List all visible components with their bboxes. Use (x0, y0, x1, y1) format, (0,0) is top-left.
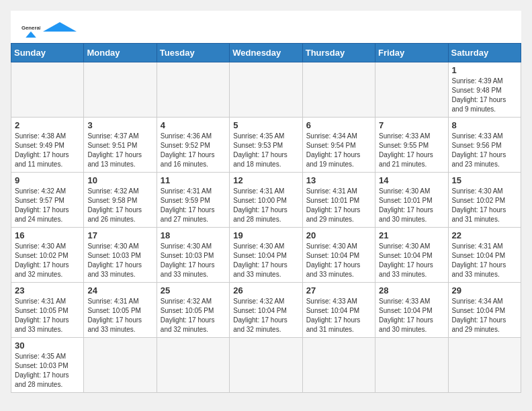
calendar-col-header: Saturday (448, 44, 521, 62)
day-info: Sunrise: 4:33 AM Sunset: 10:04 PM Daylig… (379, 297, 444, 334)
calendar-day-cell (230, 338, 302, 393)
calendar-table: SundayMondayTuesdayWednesdayThursdayFrid… (11, 43, 521, 393)
day-info: Sunrise: 4:31 AM Sunset: 10:04 PM Daylig… (452, 242, 517, 279)
day-info: Sunrise: 4:35 AM Sunset: 10:03 PM Daylig… (15, 352, 80, 390)
day-number: 15 (452, 175, 517, 185)
calendar-day-cell: 23Sunrise: 4:31 AM Sunset: 10:05 PM Dayl… (11, 283, 84, 338)
day-number: 4 (161, 120, 226, 130)
day-number: 24 (87, 285, 152, 295)
day-info: Sunrise: 4:31 AM Sunset: 10:00 PM Daylig… (233, 187, 298, 224)
calendar-day-cell: 5Sunrise: 4:35 AM Sunset: 9:53 PM Daylig… (230, 118, 302, 173)
calendar-day-cell (157, 338, 229, 393)
day-number: 17 (87, 230, 152, 240)
calendar-week-row: 9Sunrise: 4:32 AM Sunset: 9:57 PM Daylig… (11, 173, 521, 228)
calendar-day-cell: 2Sunrise: 4:38 AM Sunset: 9:49 PM Daylig… (11, 118, 84, 173)
day-number: 2 (15, 120, 80, 130)
day-info: Sunrise: 4:32 AM Sunset: 10:05 PM Daylig… (161, 297, 226, 334)
day-info: Sunrise: 4:30 AM Sunset: 10:04 PM Daylig… (233, 242, 298, 279)
day-number: 8 (452, 120, 517, 130)
calendar-week-row: 30Sunrise: 4:35 AM Sunset: 10:03 PM Dayl… (11, 338, 521, 393)
calendar-day-cell: 21Sunrise: 4:30 AM Sunset: 10:04 PM Dayl… (375, 228, 448, 283)
calendar-col-header: Monday (84, 44, 157, 62)
day-info: Sunrise: 4:33 AM Sunset: 9:56 PM Dayligh… (452, 132, 517, 169)
calendar-day-cell (302, 62, 375, 118)
calendar-day-cell (375, 338, 448, 393)
calendar-day-cell: 25Sunrise: 4:32 AM Sunset: 10:05 PM Dayl… (157, 283, 229, 338)
day-info: Sunrise: 4:30 AM Sunset: 10:04 PM Daylig… (379, 242, 444, 279)
day-info: Sunrise: 4:30 AM Sunset: 10:01 PM Daylig… (379, 187, 444, 224)
day-info: Sunrise: 4:32 AM Sunset: 9:57 PM Dayligh… (15, 187, 80, 224)
day-info: Sunrise: 4:31 AM Sunset: 9:59 PM Dayligh… (161, 187, 226, 224)
day-info: Sunrise: 4:37 AM Sunset: 9:51 PM Dayligh… (87, 132, 152, 169)
day-info: Sunrise: 4:38 AM Sunset: 9:49 PM Dayligh… (15, 132, 80, 169)
day-info: Sunrise: 4:30 AM Sunset: 10:02 PM Daylig… (15, 242, 80, 279)
day-info: Sunrise: 4:31 AM Sunset: 10:01 PM Daylig… (306, 187, 371, 224)
day-number: 29 (452, 285, 517, 295)
page-header: General (11, 11, 521, 43)
calendar-day-cell: 7Sunrise: 4:33 AM Sunset: 9:55 PM Daylig… (375, 118, 448, 173)
day-info: Sunrise: 4:32 AM Sunset: 9:58 PM Dayligh… (87, 187, 152, 224)
day-number: 22 (452, 230, 517, 240)
day-number: 1 (452, 65, 517, 75)
logo: General (21, 19, 77, 38)
day-info: Sunrise: 4:32 AM Sunset: 10:04 PM Daylig… (233, 297, 298, 334)
day-number: 14 (379, 175, 444, 185)
calendar-day-cell (375, 62, 448, 118)
day-number: 19 (233, 230, 298, 240)
calendar-day-cell: 15Sunrise: 4:30 AM Sunset: 10:02 PM Dayl… (448, 173, 521, 228)
calendar-day-cell: 18Sunrise: 4:30 AM Sunset: 10:03 PM Dayl… (157, 228, 229, 283)
calendar-week-row: 2Sunrise: 4:38 AM Sunset: 9:49 PM Daylig… (11, 118, 521, 173)
day-number: 21 (379, 230, 444, 240)
calendar-day-cell: 28Sunrise: 4:33 AM Sunset: 10:04 PM Dayl… (375, 283, 448, 338)
day-number: 10 (87, 175, 152, 185)
calendar-day-cell (84, 338, 157, 393)
day-info: Sunrise: 4:34 AM Sunset: 10:04 PM Daylig… (452, 297, 517, 334)
day-number: 18 (161, 230, 226, 240)
calendar-header-row: SundayMondayTuesdayWednesdayThursdayFrid… (11, 44, 521, 62)
calendar-day-cell: 4Sunrise: 4:36 AM Sunset: 9:52 PM Daylig… (157, 118, 229, 173)
svg-marker-2 (43, 22, 77, 32)
calendar-col-header: Wednesday (230, 44, 302, 62)
day-info: Sunrise: 4:33 AM Sunset: 9:55 PM Dayligh… (379, 132, 444, 169)
day-number: 3 (87, 120, 152, 130)
logo-wave-icon (43, 22, 77, 32)
calendar-day-cell: 10Sunrise: 4:32 AM Sunset: 9:58 PM Dayli… (84, 173, 157, 228)
day-number: 5 (233, 120, 298, 130)
day-info: Sunrise: 4:30 AM Sunset: 10:02 PM Daylig… (452, 187, 517, 224)
day-number: 28 (379, 285, 444, 295)
calendar-day-cell: 29Sunrise: 4:34 AM Sunset: 10:04 PM Dayl… (448, 283, 521, 338)
day-number: 13 (306, 175, 371, 185)
calendar-day-cell: 27Sunrise: 4:33 AM Sunset: 10:04 PM Dayl… (302, 283, 375, 338)
day-info: Sunrise: 4:39 AM Sunset: 9:48 PM Dayligh… (452, 77, 517, 114)
day-number: 12 (233, 175, 298, 185)
calendar-day-cell: 16Sunrise: 4:30 AM Sunset: 10:02 PM Dayl… (11, 228, 84, 283)
day-info: Sunrise: 4:31 AM Sunset: 10:05 PM Daylig… (15, 297, 80, 334)
calendar-day-cell: 8Sunrise: 4:33 AM Sunset: 9:56 PM Daylig… (448, 118, 521, 173)
calendar-day-cell: 30Sunrise: 4:35 AM Sunset: 10:03 PM Dayl… (11, 338, 84, 393)
calendar-week-row: 1Sunrise: 4:39 AM Sunset: 9:48 PM Daylig… (11, 62, 521, 118)
day-info: Sunrise: 4:34 AM Sunset: 9:54 PM Dayligh… (306, 132, 371, 169)
calendar-day-cell: 14Sunrise: 4:30 AM Sunset: 10:01 PM Dayl… (375, 173, 448, 228)
day-number: 11 (161, 175, 226, 185)
day-number: 30 (15, 340, 80, 351)
day-info: Sunrise: 4:33 AM Sunset: 10:04 PM Daylig… (306, 297, 371, 334)
calendar-day-cell (11, 62, 84, 118)
calendar-day-cell (302, 338, 375, 393)
svg-marker-1 (26, 32, 36, 38)
calendar-day-cell: 6Sunrise: 4:34 AM Sunset: 9:54 PM Daylig… (302, 118, 375, 173)
day-number: 16 (15, 230, 80, 240)
calendar-col-header: Sunday (11, 44, 84, 62)
calendar-day-cell: 12Sunrise: 4:31 AM Sunset: 10:00 PM Dayl… (230, 173, 302, 228)
svg-text:General: General (21, 25, 40, 31)
day-info: Sunrise: 4:30 AM Sunset: 10:04 PM Daylig… (306, 242, 371, 279)
calendar-week-row: 16Sunrise: 4:30 AM Sunset: 10:02 PM Dayl… (11, 228, 521, 283)
day-info: Sunrise: 4:36 AM Sunset: 9:52 PM Dayligh… (161, 132, 226, 169)
calendar-day-cell (84, 62, 157, 118)
calendar-day-cell (230, 62, 302, 118)
calendar-day-cell (448, 338, 521, 393)
calendar-day-cell: 13Sunrise: 4:31 AM Sunset: 10:01 PM Dayl… (302, 173, 375, 228)
day-number: 27 (306, 285, 371, 295)
calendar-day-cell: 20Sunrise: 4:30 AM Sunset: 10:04 PM Dayl… (302, 228, 375, 283)
day-number: 20 (306, 230, 371, 240)
calendar-day-cell: 3Sunrise: 4:37 AM Sunset: 9:51 PM Daylig… (84, 118, 157, 173)
